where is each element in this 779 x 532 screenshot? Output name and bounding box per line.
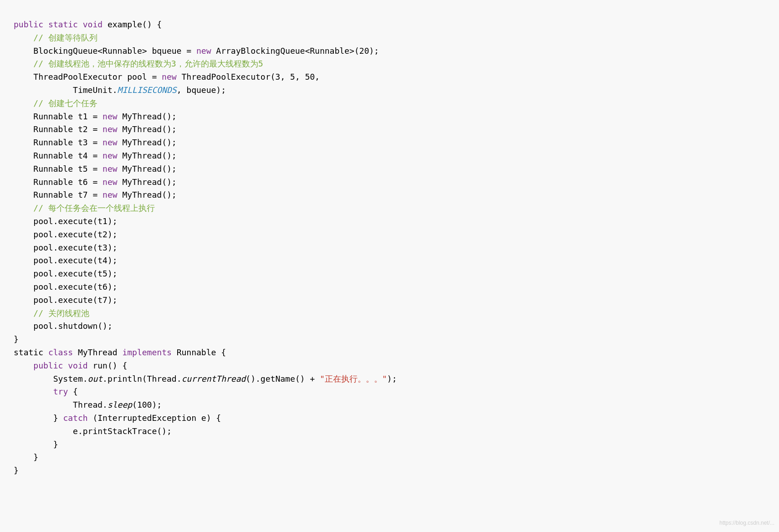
code-line: System.out.println(Thread.currentThread(…	[14, 373, 765, 386]
code-line: }	[14, 464, 765, 477]
code-line: pool.execute(t3);	[14, 241, 765, 255]
code-line: e.printStackTrace();	[14, 425, 765, 438]
watermark: https://blog.csdn.net/...	[719, 519, 774, 527]
code-line: // 创建七个任务	[14, 97, 765, 110]
code-line: pool.execute(t1);	[14, 215, 765, 228]
code-container: public static void example() { // 创建等待队列…	[14, 18, 765, 477]
code-line: Runnable t2 = new MyThread();	[14, 123, 765, 136]
code-line: // 每个任务会在一个线程上执行	[14, 202, 765, 215]
code-line: public void run() {	[14, 359, 765, 373]
code-line: pool.execute(t7);	[14, 294, 765, 307]
code-line: Runnable t4 = new MyThread();	[14, 149, 765, 163]
code-line: Runnable t7 = new MyThread();	[14, 189, 765, 202]
code-line: // 关闭线程池	[14, 307, 765, 320]
code-line: try {	[14, 385, 765, 399]
code-line: Runnable t6 = new MyThread();	[14, 176, 765, 189]
code-line: pool.execute(t4);	[14, 254, 765, 267]
code-line: }	[14, 451, 765, 464]
code-line: ThreadPoolExecutor pool = new ThreadPool…	[14, 71, 765, 84]
code-line: // 创建等待队列	[14, 31, 765, 45]
code-line: BlockingQueue<Runnable> bqueue = new Arr…	[14, 45, 765, 58]
code-line: } catch (InterruptedException e) {	[14, 412, 765, 425]
code-line: pool.execute(t2);	[14, 228, 765, 241]
code-line: Runnable t5 = new MyThread();	[14, 163, 765, 176]
code-block: public static void example() { // 创建等待队列…	[14, 9, 765, 486]
code-line: public static void example() {	[14, 18, 765, 31]
code-line: pool.shutdown();	[14, 320, 765, 333]
code-line: static class MyThread implements Runnabl…	[14, 346, 765, 359]
code-line: pool.execute(t5);	[14, 267, 765, 281]
code-line: }	[14, 333, 765, 346]
code-line: // 创建线程池，池中保存的线程数为3，允许的最大线程数为5	[14, 57, 765, 71]
code-line: pool.execute(t6);	[14, 281, 765, 294]
code-line: Runnable t1 = new MyThread();	[14, 110, 765, 123]
code-line: }	[14, 438, 765, 451]
code-line: Thread.sleep(100);	[14, 399, 765, 412]
code-line: TimeUnit.MILLISECONDS, bqueue);	[14, 84, 765, 97]
code-line: Runnable t3 = new MyThread();	[14, 136, 765, 149]
